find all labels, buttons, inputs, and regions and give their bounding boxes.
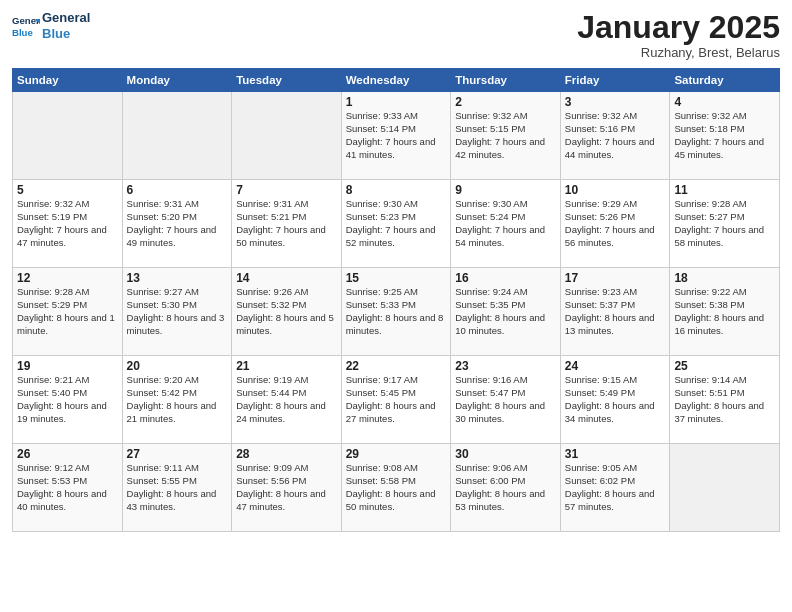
calendar-cell: 22Sunrise: 9:17 AM Sunset: 5:45 PM Dayli… [341,356,451,444]
day-info: Sunrise: 9:11 AM Sunset: 5:55 PM Dayligh… [127,462,228,513]
calendar-cell: 28Sunrise: 9:09 AM Sunset: 5:56 PM Dayli… [232,444,342,532]
calendar-cell: 8Sunrise: 9:30 AM Sunset: 5:23 PM Daylig… [341,180,451,268]
day-info: Sunrise: 9:30 AM Sunset: 5:23 PM Dayligh… [346,198,447,249]
day-info: Sunrise: 9:30 AM Sunset: 5:24 PM Dayligh… [455,198,556,249]
day-number: 25 [674,359,775,373]
day-number: 29 [346,447,447,461]
calendar-header: Sunday Monday Tuesday Wednesday Thursday… [13,69,780,92]
calendar-cell: 13Sunrise: 9:27 AM Sunset: 5:30 PM Dayli… [122,268,232,356]
day-info: Sunrise: 9:06 AM Sunset: 6:00 PM Dayligh… [455,462,556,513]
calendar-cell: 10Sunrise: 9:29 AM Sunset: 5:26 PM Dayli… [560,180,670,268]
day-number: 26 [17,447,118,461]
day-info: Sunrise: 9:05 AM Sunset: 6:02 PM Dayligh… [565,462,666,513]
day-number: 11 [674,183,775,197]
svg-text:General: General [12,15,40,26]
day-number: 24 [565,359,666,373]
day-info: Sunrise: 9:31 AM Sunset: 5:21 PM Dayligh… [236,198,337,249]
day-info: Sunrise: 9:17 AM Sunset: 5:45 PM Dayligh… [346,374,447,425]
calendar-cell: 19Sunrise: 9:21 AM Sunset: 5:40 PM Dayli… [13,356,123,444]
day-number: 17 [565,271,666,285]
calendar-cell: 9Sunrise: 9:30 AM Sunset: 5:24 PM Daylig… [451,180,561,268]
col-monday: Monday [122,69,232,92]
day-info: Sunrise: 9:19 AM Sunset: 5:44 PM Dayligh… [236,374,337,425]
col-sunday: Sunday [13,69,123,92]
calendar-week-1: 1Sunrise: 9:33 AM Sunset: 5:14 PM Daylig… [13,92,780,180]
day-info: Sunrise: 9:31 AM Sunset: 5:20 PM Dayligh… [127,198,228,249]
day-number: 9 [455,183,556,197]
day-info: Sunrise: 9:12 AM Sunset: 5:53 PM Dayligh… [17,462,118,513]
day-number: 13 [127,271,228,285]
logo-line2: Blue [42,26,90,42]
day-number: 28 [236,447,337,461]
page-container: General Blue General Blue January 2025 R… [0,0,792,540]
calendar-body: 1Sunrise: 9:33 AM Sunset: 5:14 PM Daylig… [13,92,780,532]
calendar-cell: 17Sunrise: 9:23 AM Sunset: 5:37 PM Dayli… [560,268,670,356]
header: General Blue General Blue January 2025 R… [12,10,780,60]
day-info: Sunrise: 9:27 AM Sunset: 5:30 PM Dayligh… [127,286,228,337]
logo-icon: General Blue [12,12,40,40]
calendar-week-3: 12Sunrise: 9:28 AM Sunset: 5:29 PM Dayli… [13,268,780,356]
day-info: Sunrise: 9:20 AM Sunset: 5:42 PM Dayligh… [127,374,228,425]
day-info: Sunrise: 9:32 AM Sunset: 5:16 PM Dayligh… [565,110,666,161]
day-info: Sunrise: 9:32 AM Sunset: 5:15 PM Dayligh… [455,110,556,161]
day-number: 19 [17,359,118,373]
day-number: 18 [674,271,775,285]
day-info: Sunrise: 9:32 AM Sunset: 5:18 PM Dayligh… [674,110,775,161]
calendar-cell: 14Sunrise: 9:26 AM Sunset: 5:32 PM Dayli… [232,268,342,356]
calendar-cell: 27Sunrise: 9:11 AM Sunset: 5:55 PM Dayli… [122,444,232,532]
location: Ruzhany, Brest, Belarus [577,45,780,60]
calendar-cell: 6Sunrise: 9:31 AM Sunset: 5:20 PM Daylig… [122,180,232,268]
day-info: Sunrise: 9:22 AM Sunset: 5:38 PM Dayligh… [674,286,775,337]
day-number: 30 [455,447,556,461]
calendar-cell [232,92,342,180]
calendar-cell: 3Sunrise: 9:32 AM Sunset: 5:16 PM Daylig… [560,92,670,180]
calendar-cell: 21Sunrise: 9:19 AM Sunset: 5:44 PM Dayli… [232,356,342,444]
calendar-cell [13,92,123,180]
calendar-cell: 26Sunrise: 9:12 AM Sunset: 5:53 PM Dayli… [13,444,123,532]
day-number: 20 [127,359,228,373]
day-info: Sunrise: 9:28 AM Sunset: 5:29 PM Dayligh… [17,286,118,337]
calendar-week-5: 26Sunrise: 9:12 AM Sunset: 5:53 PM Dayli… [13,444,780,532]
col-saturday: Saturday [670,69,780,92]
logo: General Blue General Blue [12,10,90,41]
svg-text:Blue: Blue [12,26,33,37]
day-number: 31 [565,447,666,461]
day-info: Sunrise: 9:09 AM Sunset: 5:56 PM Dayligh… [236,462,337,513]
day-number: 1 [346,95,447,109]
col-friday: Friday [560,69,670,92]
day-number: 12 [17,271,118,285]
calendar-cell: 2Sunrise: 9:32 AM Sunset: 5:15 PM Daylig… [451,92,561,180]
calendar-week-2: 5Sunrise: 9:32 AM Sunset: 5:19 PM Daylig… [13,180,780,268]
day-number: 7 [236,183,337,197]
calendar-cell: 20Sunrise: 9:20 AM Sunset: 5:42 PM Dayli… [122,356,232,444]
calendar-cell: 18Sunrise: 9:22 AM Sunset: 5:38 PM Dayli… [670,268,780,356]
day-number: 3 [565,95,666,109]
day-info: Sunrise: 9:24 AM Sunset: 5:35 PM Dayligh… [455,286,556,337]
day-info: Sunrise: 9:14 AM Sunset: 5:51 PM Dayligh… [674,374,775,425]
calendar-cell: 30Sunrise: 9:06 AM Sunset: 6:00 PM Dayli… [451,444,561,532]
calendar-cell: 31Sunrise: 9:05 AM Sunset: 6:02 PM Dayli… [560,444,670,532]
day-info: Sunrise: 9:25 AM Sunset: 5:33 PM Dayligh… [346,286,447,337]
day-info: Sunrise: 9:32 AM Sunset: 5:19 PM Dayligh… [17,198,118,249]
logo-line1: General [42,10,90,26]
calendar-cell: 12Sunrise: 9:28 AM Sunset: 5:29 PM Dayli… [13,268,123,356]
day-number: 27 [127,447,228,461]
month-title: January 2025 [577,10,780,45]
day-number: 23 [455,359,556,373]
day-number: 16 [455,271,556,285]
calendar-table: Sunday Monday Tuesday Wednesday Thursday… [12,68,780,532]
day-info: Sunrise: 9:15 AM Sunset: 5:49 PM Dayligh… [565,374,666,425]
day-number: 8 [346,183,447,197]
calendar-cell: 11Sunrise: 9:28 AM Sunset: 5:27 PM Dayli… [670,180,780,268]
day-info: Sunrise: 9:16 AM Sunset: 5:47 PM Dayligh… [455,374,556,425]
header-row: Sunday Monday Tuesday Wednesday Thursday… [13,69,780,92]
calendar-cell [122,92,232,180]
calendar-cell: 5Sunrise: 9:32 AM Sunset: 5:19 PM Daylig… [13,180,123,268]
calendar-cell: 7Sunrise: 9:31 AM Sunset: 5:21 PM Daylig… [232,180,342,268]
calendar-cell: 23Sunrise: 9:16 AM Sunset: 5:47 PM Dayli… [451,356,561,444]
day-number: 21 [236,359,337,373]
calendar-cell: 29Sunrise: 9:08 AM Sunset: 5:58 PM Dayli… [341,444,451,532]
day-info: Sunrise: 9:26 AM Sunset: 5:32 PM Dayligh… [236,286,337,337]
day-number: 5 [17,183,118,197]
day-info: Sunrise: 9:28 AM Sunset: 5:27 PM Dayligh… [674,198,775,249]
